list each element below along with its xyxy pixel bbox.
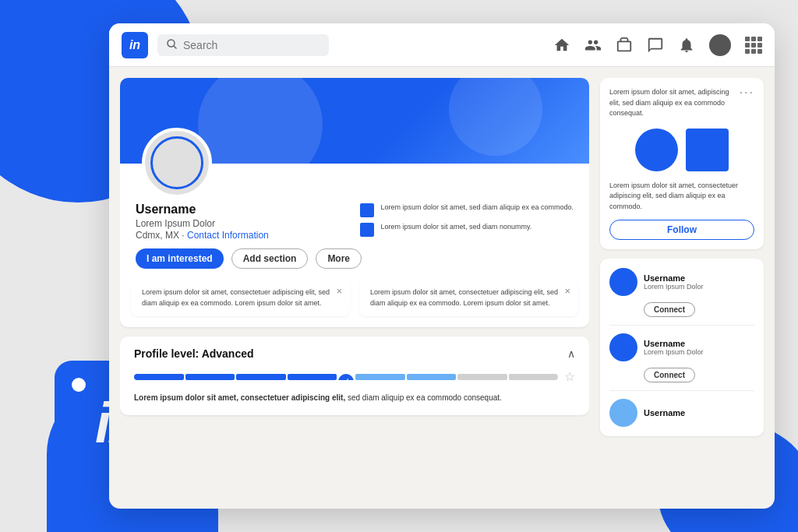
person-avatar-2 (609, 333, 637, 361)
svg-line-1 (174, 46, 176, 48)
search-icon (167, 39, 177, 51)
pb-check: ✓ (338, 374, 354, 380)
profile-info-row: Username Lorem Ipsum Dolor Cdmx, MX · Co… (120, 198, 589, 248)
browser-window: in (109, 23, 775, 509)
nav-home-icon[interactable] (553, 37, 570, 54)
main-column: Username Lorem Ipsum Dolor Cdmx, MX · Co… (120, 78, 589, 498)
profile-side-item-1: Lorem ipsum dolor sit amet, sed diam ali… (360, 203, 574, 217)
nav-people-icon[interactable] (584, 37, 602, 54)
notif-close-1[interactable]: × (336, 286, 342, 296)
profile-side-text-2: Lorem ipsum dolor sit amet, sed diam non… (380, 222, 531, 232)
person-row-1: Username Lorem Ipsum Dolor (609, 268, 754, 296)
person-item-2: Username Lorem Ipsum Dolor Connect (609, 333, 754, 382)
search-input[interactable] (183, 39, 320, 51)
profile-subtitle: Lorem Ipsum Dolor (136, 218, 344, 229)
profile-avatar-wrap (142, 128, 212, 198)
person-item-3: Username (609, 399, 754, 427)
person-row-2: Username Lorem Ipsum Dolor (609, 333, 754, 361)
notif-text-1: Lorem ipsum dolor sit amet, consectetuer… (142, 287, 339, 308)
pb-seg-3 (236, 374, 286, 380)
more-button[interactable]: More (316, 248, 362, 269)
connect-button-2[interactable]: Connect (644, 368, 695, 382)
person-divider-1 (609, 325, 754, 326)
level-desc-rest: sed diam aliquip ex ea commodo consequat… (345, 393, 502, 402)
profile-side-text-1: Lorem ipsum dolor sit amet, sed diam ali… (380, 203, 574, 213)
notification-card-2: × Lorem ipsum dolor sit amet, consectetu… (359, 280, 578, 316)
notification-card-1: × Lorem ipsum dolor sit amet, consectetu… (131, 280, 350, 316)
location-text: Cdmx, MX · (136, 230, 187, 241)
nav-avatar[interactable] (709, 34, 731, 56)
profile-side-info: Lorem ipsum dolor sit amet, sed diam ali… (360, 203, 574, 241)
profile-avatar (142, 128, 212, 198)
nav-logo[interactable]: in (122, 32, 148, 58)
person-info-2: Username Lorem Ipsum Dolor (644, 339, 754, 356)
connect-button-1[interactable]: Connect (644, 302, 695, 317)
pb-seg-5 (355, 374, 405, 380)
person-info-1: Username Lorem Ipsum Dolor (644, 273, 754, 291)
notification-cards-row: × Lorem ipsum dolor sit amet, consectetu… (120, 280, 589, 327)
level-desc-bold: Lorem ipsum dolor sit amet, consectetuer… (134, 393, 345, 402)
progress-bar: ✓ (134, 374, 558, 380)
nav-icons (553, 34, 762, 56)
level-chevron-icon[interactable]: ∧ (567, 347, 575, 360)
pb-seg-8 (509, 374, 559, 380)
profile-avatar-circle (150, 136, 203, 189)
person-divider-2 (609, 390, 754, 391)
promo-square (686, 129, 729, 171)
level-card: Profile level: Advanced ∧ ✓ (120, 336, 589, 415)
progress-bar-wrap: ✓ ☆ (134, 369, 575, 384)
nav-messaging-icon[interactable] (647, 37, 664, 54)
nav-grid-icon[interactable] (745, 37, 762, 54)
level-title-text: Profile level: (134, 347, 202, 360)
promo-text-top: Lorem ipsum dolor sit amet, adipiscing e… (609, 87, 739, 119)
level-description: Lorem ipsum dolor sit amet, consectetuer… (134, 392, 575, 404)
profile-actions: I am interested Add section More (120, 248, 589, 280)
pb-seg-4 (288, 374, 337, 380)
person-name-2: Username (644, 339, 754, 348)
profile-side-box-2 (360, 223, 374, 237)
follow-button[interactable]: Follow (609, 220, 754, 240)
notif-text-2: Lorem ipsum dolor sit amet, consectetuer… (370, 287, 567, 308)
search-bar[interactable] (157, 34, 329, 56)
nav-notifications-icon[interactable] (678, 37, 695, 54)
person-row-3: Username (609, 399, 754, 427)
profile-text: Username Lorem Ipsum Dolor Cdmx, MX · Co… (136, 203, 344, 241)
level-value: Advanced (202, 347, 254, 360)
promo-text-bottom: Lorem ipsum dolor sit amet, consectetuer… (609, 181, 754, 213)
content-area: Username Lorem Ipsum Dolor Cdmx, MX · Co… (109, 67, 775, 509)
level-title: Profile level: Advanced (134, 347, 254, 360)
level-header: Profile level: Advanced ∧ (134, 347, 575, 360)
person-sub-2: Lorem Ipsum Dolor (644, 348, 754, 356)
person-avatar-1 (609, 268, 637, 296)
profile-side-item-2: Lorem ipsum dolor sit amet, sed diam non… (360, 222, 531, 237)
person-sub-1: Lorem Ipsum Dolor (644, 283, 754, 291)
logo-dot (72, 378, 86, 392)
profile-location: Cdmx, MX · Contact Information (136, 230, 344, 241)
promo-card: ··· Lorem ipsum dolor sit amet, adipisci… (600, 78, 764, 249)
person-item-1: Username Lorem Ipsum Dolor Connect (609, 268, 754, 317)
people-card: Username Lorem Ipsum Dolor Connect Usern… (600, 259, 764, 436)
pb-seg-1 (134, 374, 184, 380)
promo-circle (635, 129, 678, 171)
person-name-1: Username (644, 273, 754, 283)
pb-seg-7 (457, 374, 507, 380)
add-section-button[interactable]: Add section (231, 248, 309, 269)
pb-seg-6 (407, 374, 457, 380)
profile-card: Username Lorem Ipsum Dolor Cdmx, MX · Co… (120, 78, 589, 327)
person-avatar-3 (609, 399, 637, 427)
person-info-3: Username (644, 408, 754, 417)
right-sidebar: ··· Lorem ipsum dolor sit amet, adipisci… (600, 78, 764, 498)
promo-dots[interactable]: ··· (740, 86, 754, 100)
profile-name: Username (136, 203, 344, 217)
person-name-3: Username (644, 408, 754, 417)
star-icon[interactable]: ☆ (564, 369, 575, 384)
nav-bar: in (109, 23, 775, 67)
notif-close-2[interactable]: × (564, 286, 570, 296)
pb-seg-2 (185, 374, 235, 380)
interested-button[interactable]: I am interested (136, 248, 224, 269)
nav-logo-text: in (129, 38, 140, 52)
promo-media-row (609, 129, 754, 171)
nav-jobs-icon[interactable] (616, 37, 633, 54)
profile-side-box-1 (360, 203, 374, 217)
contact-info-link[interactable]: Contact Information (187, 230, 269, 241)
